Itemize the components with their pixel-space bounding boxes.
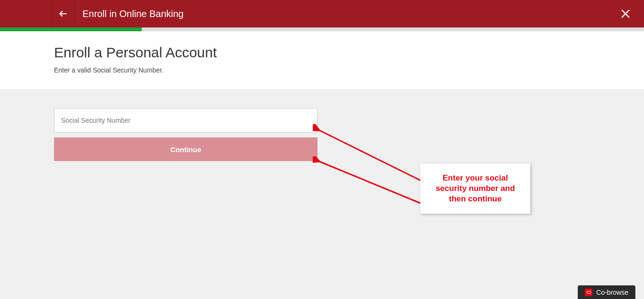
header-title: Enroll in Online Banking	[82, 9, 183, 19]
cobrowse-button[interactable]: Co-browse	[578, 285, 635, 299]
annotation-arrow-2	[313, 156, 426, 208]
back-arrow-icon	[58, 9, 68, 18]
page-heading: Enroll a Personal Account	[54, 45, 644, 61]
header-bar: Enroll in Online Banking	[0, 0, 644, 27]
annotation-callout: Enter your social security number and th…	[420, 163, 530, 214]
ssn-input[interactable]	[54, 108, 317, 133]
intro-section: Enroll a Personal Account Enter a valid …	[0, 31, 644, 89]
form-section: Continue	[0, 89, 644, 161]
instruction-text: Enter a valid Social Security Number.	[54, 66, 644, 74]
close-icon	[620, 9, 631, 19]
annotation-text: Enter your social security number and th…	[427, 173, 524, 204]
oracle-icon	[585, 289, 592, 296]
progress-bar	[0, 27, 644, 31]
continue-button[interactable]: Continue	[54, 137, 317, 161]
svg-line-6	[318, 161, 422, 204]
cobrowse-label: Co-browse	[596, 289, 628, 296]
close-button[interactable]	[620, 9, 631, 19]
progress-fill	[0, 27, 142, 31]
back-button[interactable]	[51, 0, 75, 27]
